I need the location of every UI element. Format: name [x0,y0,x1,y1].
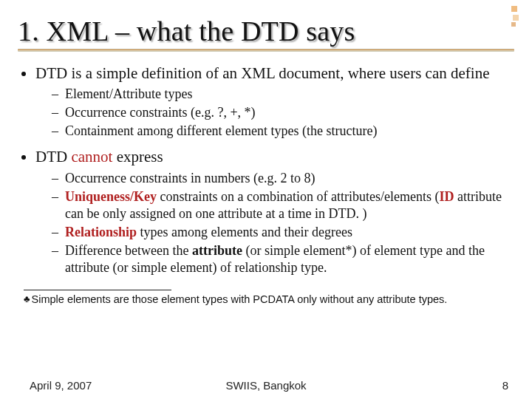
b2s3-key: Relationship [65,225,137,239]
b2-sub-3: Relationship types among elements and th… [55,224,514,241]
b2-sub-4: Difference between the attribute (or sim… [55,242,514,276]
footnote-mark-icon: ♣ [24,293,30,304]
b2s4-a: Difference between the [65,243,192,258]
content-body: DTD is a simple definition of an XML doc… [18,64,514,276]
b2-sub-1: Occurrence constraints in numbers (e.g. … [55,170,514,187]
b1-sub-1: Element/Attribute types [55,86,514,103]
b2s2-b: constraints on a combination of attribut… [157,189,439,204]
bullet-1-sub: Element/Attribute types Occurrence const… [35,86,514,140]
b2-post: express [112,148,163,166]
footnote-text: Simple elements are those element types … [32,293,448,305]
title-underline [18,49,514,52]
footnote: ♣Simple elements are those element types… [24,293,514,305]
slide: 1. XML – what the DTD says DTD is a simp… [0,0,532,399]
b2-pre: DTD [35,148,71,166]
footer-page: 8 [502,379,508,392]
bullet-2-sub: Occurrence constraints in numbers (e.g. … [35,170,514,276]
footnote-rule [24,290,171,290]
footer-venue: SWIIS, Bangkok [0,379,532,392]
bullet-1-text: DTD is a simple definition of an XML doc… [35,64,489,82]
b2-sub-2: Uniqueness/Key constraints on a combinat… [55,188,514,222]
b2s2-id: ID [439,189,454,204]
b2s4-attr: attribute [192,243,242,258]
corner-decor [507,4,519,49]
b2s3-rest: types among elements and their degrees [137,225,352,239]
b2-em: cannot [71,148,112,166]
b2s2-key: Uniqueness/Key [65,189,157,204]
b1-sub-3: Containment among different element type… [55,123,514,140]
b1-sub-2: Occurrence constraints (e.g. ?, +, *) [55,104,514,121]
bullet-2: DTD cannot express Occurrence constraint… [35,147,514,276]
slide-title: 1. XML – what the DTD says [18,15,514,47]
bullet-1: DTD is a simple definition of an XML doc… [35,64,514,140]
